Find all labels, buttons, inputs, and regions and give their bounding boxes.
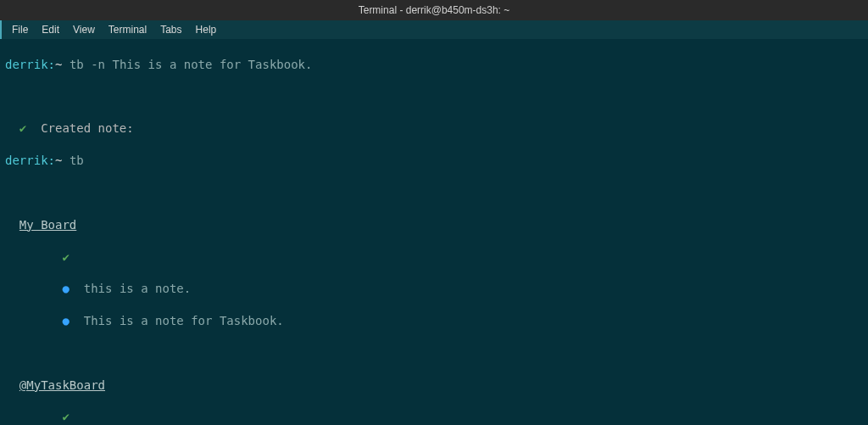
window-title: Terminal - derrik@b450m-ds3h: ~: [359, 4, 510, 16]
note-bullet-icon: ●: [62, 282, 69, 295]
terminal-line: ✔: [5, 249, 863, 266]
board-title: My Board: [19, 218, 76, 232]
prompt-sep: :: [48, 154, 55, 167]
prompt-sep: :: [48, 58, 55, 71]
command-text: tb -n This is a note for Taskbook.: [70, 58, 313, 71]
prompt-path: ~: [55, 58, 62, 71]
terminal-line: ✔ Created note:: [5, 120, 863, 137]
prompt-host: derrik: [5, 58, 48, 71]
command-text: tb: [70, 154, 84, 167]
terminal-line: ● this is a note.: [5, 281, 863, 297]
check-icon: ✔: [62, 250, 69, 264]
prompt-host: derrik: [5, 154, 48, 167]
created-note-msg: Created note:: [41, 121, 134, 135]
board-title: @MyTaskBoard: [19, 378, 105, 392]
check-icon: ✔: [19, 121, 26, 135]
note-text: this is a note.: [84, 282, 191, 295]
menu-tabs[interactable]: Tabs: [153, 22, 188, 37]
menu-edit[interactable]: Edit: [35, 22, 66, 37]
terminal-line: derrik:~ tb: [5, 153, 863, 169]
terminal-line-blank: [5, 185, 863, 201]
terminal-line: ✔: [5, 409, 863, 425]
terminal-line: ● This is a note for Taskbook.: [5, 313, 863, 329]
terminal-line-blank: [5, 89, 863, 105]
check-icon: ✔: [62, 410, 69, 423]
prompt-path: ~: [55, 154, 62, 167]
menu-view[interactable]: View: [66, 22, 102, 37]
menu-file[interactable]: File: [5, 22, 35, 37]
terminal-line: derrik:~ tb -n This is a note for Taskbo…: [5, 57, 863, 73]
note-bullet-icon: ●: [62, 314, 69, 327]
menu-help[interactable]: Help: [189, 22, 224, 37]
terminal-line: @MyTaskBoard: [5, 377, 863, 394]
terminal-line: My Board: [5, 217, 863, 233]
menubar: File Edit View Terminal Tabs Help: [0, 20, 868, 39]
terminal-line-blank: [5, 345, 863, 361]
note-text: This is a note for Taskbook.: [84, 314, 284, 327]
terminal-viewport[interactable]: derrik:~ tb -n This is a note for Taskbo…: [0, 39, 868, 425]
menu-terminal[interactable]: Terminal: [102, 22, 153, 37]
window-titlebar: Terminal - derrik@b450m-ds3h: ~: [0, 0, 868, 20]
